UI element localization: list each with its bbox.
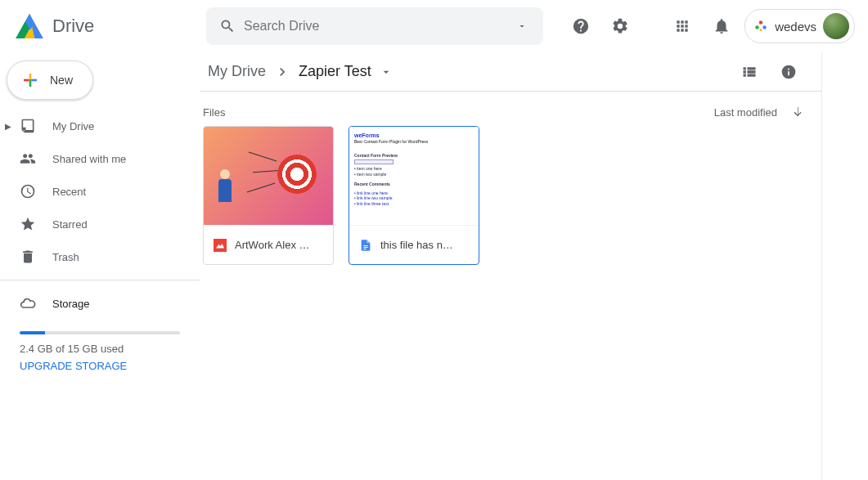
- storage-used-text: 2.4 GB of 15 GB used: [20, 343, 180, 355]
- file-name: this file has n…: [380, 239, 453, 251]
- nav-item-starred[interactable]: Starred: [0, 208, 200, 240]
- clock-icon: [20, 183, 36, 200]
- search-input[interactable]: [244, 19, 506, 34]
- app-name: Drive: [52, 16, 94, 37]
- storage-section: 2.4 GB of 15 GB used UPGRADE STORAGE: [0, 320, 200, 372]
- cloud-icon: [20, 295, 36, 312]
- file-thumbnail: [204, 127, 333, 225]
- apps-button[interactable]: [666, 10, 699, 43]
- storage-bar: [20, 331, 180, 334]
- view-details-button[interactable]: [772, 56, 805, 88]
- drive-logo[interactable]: Drive: [13, 10, 200, 43]
- drive-logo-icon: [13, 10, 46, 43]
- image-file-icon: [214, 239, 227, 252]
- plus-icon: [20, 70, 40, 90]
- svg-point-5: [762, 25, 767, 29]
- file-tile[interactable]: weForms Best Contact Form Plugin for Wor…: [349, 126, 479, 265]
- account-brand-label: wedevs: [775, 20, 816, 34]
- nav-item-label: Trash: [52, 251, 79, 263]
- nav-item-label: Recent: [52, 186, 86, 198]
- storage-label: Storage: [52, 298, 90, 310]
- expand-caret-icon[interactable]: ▶: [5, 122, 11, 131]
- breadcrumb-bar: My Drive Zapier Test: [200, 52, 821, 92]
- nav-item-label: My Drive: [52, 120, 94, 132]
- breadcrumb-root[interactable]: My Drive: [203, 60, 271, 83]
- people-icon: [20, 150, 36, 167]
- main-content: My Drive Zapier Test Fil: [200, 52, 868, 480]
- trash-icon: [20, 249, 36, 265]
- divider: [0, 280, 200, 280]
- breadcrumb-dropdown-icon[interactable]: [376, 62, 396, 82]
- nav-item-trash[interactable]: Trash: [0, 240, 200, 273]
- section-header: Files Last modified: [200, 92, 821, 126]
- brand-logo-icon: [753, 19, 768, 34]
- header-actions: wedevs: [564, 9, 855, 43]
- nav-item-label: Starred: [52, 218, 88, 231]
- account-switcher[interactable]: wedevs: [744, 9, 855, 43]
- nav-item-recent[interactable]: Recent: [0, 175, 200, 208]
- sort-control[interactable]: Last modified: [714, 105, 805, 119]
- settings-button[interactable]: [604, 10, 636, 43]
- nav-item-shared[interactable]: Shared with me: [0, 142, 200, 175]
- chevron-right-icon: [271, 64, 294, 80]
- search-bar[interactable]: [206, 7, 543, 45]
- new-button[interactable]: New: [7, 61, 93, 100]
- view-list-button[interactable]: [733, 56, 766, 88]
- drive-folder-icon: [20, 118, 36, 134]
- breadcrumb-current[interactable]: Zapier Test: [294, 60, 376, 83]
- user-avatar: [823, 13, 849, 39]
- help-button[interactable]: [564, 10, 597, 43]
- nav-list: ▶ My Drive Shared with me Recent Starred: [0, 110, 200, 273]
- nav-item-label: Shared with me: [52, 153, 126, 165]
- svg-point-4: [759, 20, 763, 25]
- file-name: ArtWork Alex …: [235, 239, 310, 251]
- upgrade-storage-link[interactable]: UPGRADE STORAGE: [20, 360, 180, 372]
- file-tile[interactable]: ArtWork Alex …: [203, 126, 334, 265]
- file-grid: ArtWork Alex … weForms Best Contact Form…: [200, 126, 821, 281]
- nav-item-storage[interactable]: Storage: [0, 287, 200, 320]
- arrow-down-icon: [790, 105, 805, 119]
- app-header: Drive: [0, 0, 868, 52]
- star-icon: [20, 216, 36, 232]
- search-icon: [211, 18, 244, 34]
- section-label: Files: [203, 106, 225, 119]
- nav-item-my-drive[interactable]: ▶ My Drive: [0, 110, 200, 142]
- notifications-button[interactable]: [705, 10, 738, 43]
- sort-label: Last modified: [714, 106, 777, 119]
- file-thumbnail: weForms Best Contact Form Plugin for Wor…: [349, 127, 479, 225]
- search-options-dropdown-icon[interactable]: [506, 21, 538, 31]
- svg-point-6: [755, 25, 759, 29]
- svg-point-7: [760, 29, 762, 31]
- document-file-icon: [359, 239, 372, 252]
- sidebar: New ▶ My Drive Shared with me Recent: [0, 52, 200, 480]
- new-button-label: New: [50, 74, 73, 87]
